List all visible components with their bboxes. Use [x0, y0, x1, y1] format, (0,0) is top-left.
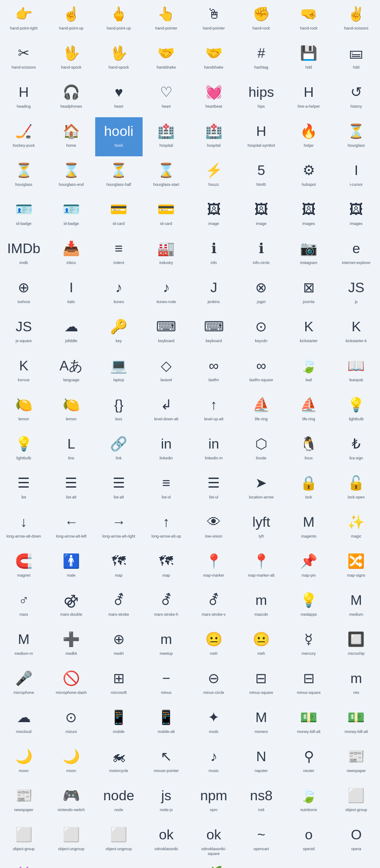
icon-symbol-minus: − [162, 669, 170, 688]
icon-cell-map-pin: 📌map-pin [285, 547, 333, 586]
icon-label-8: hand-scissors [12, 65, 36, 70]
icon-symbol-hooli: hooli [104, 122, 133, 141]
icon-symbol-ns8: ns8 [250, 786, 273, 805]
icon-label-64: js-square [16, 339, 32, 343]
icon-label-63: js [355, 300, 358, 304]
icon-label-113: male [67, 573, 76, 578]
icon-symbol-mixcloud: ☁ [17, 708, 31, 727]
icon-cell-hdd: 🖴hdd [333, 39, 380, 78]
icon-label-28: hospital [207, 143, 220, 148]
icon-cell-houzz: ⚡houzz [190, 156, 237, 195]
icon-label-128: medium-m [14, 651, 33, 656]
icon-label-21: hips [258, 104, 265, 109]
icon-label-40: id-badge [16, 221, 31, 226]
icon-symbol-motorcycle: 🏍 [112, 747, 126, 766]
icon-symbol-moon: 🌙 [63, 747, 80, 766]
icon-label-95: lira-sign [350, 456, 363, 461]
icon-symbol-node-js: js [161, 786, 171, 805]
icon-symbol-mars: ♂ [19, 591, 29, 610]
icon-symbol-info: ℹ [211, 239, 217, 258]
icon-label-11: handshake [157, 65, 176, 70]
icon-cell-mars-double: ⚣mars-double [47, 586, 95, 625]
icon-symbol-male: 🚹 [63, 551, 80, 571]
icon-cell-object-group: ⬜object-group [333, 782, 380, 821]
icon-cell-object-ungroup: ⬜object-ungroup [47, 821, 95, 860]
icon-symbol-palfed: P [304, 864, 313, 868]
icon-symbol-list-alt: ☰ [65, 473, 77, 492]
icon-label-115: map [163, 573, 170, 578]
icon-cell-hockey-puck: 🏒hockey-puck [0, 117, 47, 156]
icon-cell-leanpub: 📖leanpub [333, 352, 380, 391]
icon-cell-lock: 🔒lock [285, 469, 333, 508]
icon-label-80: lemon [18, 417, 29, 422]
icon-symbol-imdb: IMDb [7, 239, 40, 258]
icon-cell-pagelines: 🌿pagelines [190, 860, 237, 868]
icon-label-61: joget [257, 300, 266, 304]
icon-symbol-mars-stroke: ⚦ [113, 591, 125, 610]
icon-cell-image: 🖼image [237, 195, 285, 234]
icon-cell-hospital: 🏥hospital [190, 117, 237, 156]
icon-label-44: image [208, 221, 219, 226]
icon-label-89: line [68, 456, 74, 461]
icon-cell-id-badge: 🪪id-badge [47, 195, 95, 234]
icon-label-41: id-badge [63, 221, 79, 226]
icon-cell-mascdn: mmascdn [237, 586, 285, 625]
icon-symbol-instagram: 📷 [300, 239, 317, 258]
icon-label-110: magento [301, 534, 317, 539]
icon-cell-opencart: ~opencart [237, 821, 285, 860]
icon-symbol-list-alt: ☰ [113, 473, 125, 492]
icon-label-74: laptop [113, 378, 124, 383]
icon-label-55: internet-explorer [342, 261, 371, 265]
icon-symbol-music: ♪ [210, 747, 217, 766]
icon-cell-mars-stroke-h: ⚦mars-stroke-h [143, 586, 190, 625]
icon-cell-kickstarter: Kkickstarter [285, 313, 333, 352]
icon-symbol-opencart: ~ [257, 825, 266, 844]
icon-label-16: heading [17, 104, 31, 109]
icon-label-81: lemon [66, 417, 77, 422]
icon-cell-jenkins: Jjenkins [190, 274, 237, 313]
icon-cell-heading: Hheading [0, 78, 47, 117]
icon-label-149: monero [255, 729, 268, 734]
icon-symbol-odnoklassniki-square: ok [207, 825, 221, 844]
icon-cell-italic: Iitalic [47, 274, 95, 313]
icon-symbol-money-bill-alt: 💵 [347, 708, 365, 727]
icon-symbol-link: 🔗 [110, 434, 127, 453]
icon-symbol-long-arrow-alt-left: ← [64, 512, 78, 531]
icon-cell-paint-brush: 🖌paint-brush [237, 860, 285, 868]
icon-symbol-lyft: lyft [252, 512, 270, 531]
icon-cell-lightbulb: 💡lightbulb [0, 430, 47, 469]
icon-cell-hand-point-up: ☝hand-point-up [47, 0, 95, 39]
icon-cell-hourglass: ⏳hourglass [0, 156, 47, 195]
icon-label-166: nutritionix [300, 808, 317, 812]
icon-label-156: music [209, 769, 219, 773]
icon-label-56: ioxhost [17, 300, 30, 304]
icon-symbol-keyboard: ⌨ [204, 317, 224, 336]
icon-cell-lyft: lyftlyft [237, 508, 285, 547]
icon-symbol-mercury: ☿ [304, 630, 313, 649]
icon-symbol-joget: ⊗ [255, 278, 267, 297]
icon-label-112: magnet [17, 573, 30, 578]
icon-symbol-modx: ✦ [208, 708, 220, 727]
icon-cell-images: 🖼images [333, 195, 380, 234]
icon-cell-map-signs: 🔀map-signs [333, 547, 380, 586]
icon-cell-hand-point-up: 🖕hand-point-up [95, 0, 143, 39]
icon-label-29: hospital-symbol [248, 143, 275, 148]
icon-cell-lira-sign: ₺lira-sign [333, 430, 380, 469]
icon-label-53: info-circle [253, 261, 270, 265]
icon-label-15: hdd [353, 65, 360, 70]
icon-label-129: medkit [66, 651, 77, 656]
icon-label-134: mercury [302, 651, 316, 656]
icon-label-108: low-vision [205, 534, 223, 539]
icon-symbol-object-ungroup: ⬜ [110, 825, 127, 844]
icon-label-87: lightbulb [349, 417, 364, 422]
icon-label-145: mizuni [66, 729, 77, 734]
icon-cell-hand-rock: 🤜hand-rock [285, 0, 333, 39]
icon-symbol-mars-stroke-v: ⚦ [208, 591, 220, 610]
icon-label-160: newspaper [14, 808, 33, 812]
icon-symbol-hospital: 🏥 [157, 122, 175, 141]
icon-symbol-home: 🏠 [63, 122, 80, 141]
icon-cell-meh: 😐meh [190, 625, 237, 664]
icon-label-104: long-arrow-alt-down [7, 534, 41, 539]
icon-label-26: hooli [115, 143, 123, 148]
icon-cell-hashtag: #hashtag [237, 39, 285, 78]
